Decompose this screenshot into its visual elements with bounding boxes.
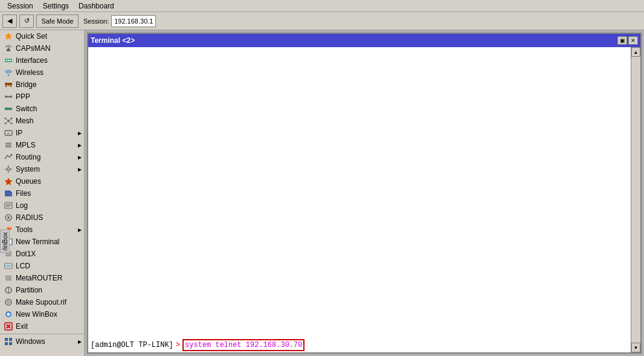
terminal-title: Terminal <2> <box>91 36 135 45</box>
files-label: Files <box>16 189 31 198</box>
sidebar: Quick Set CAPsMAN Interfaces Wireless Br <box>0 30 85 356</box>
exit-label: Exit <box>16 322 28 331</box>
svg-line-26 <box>7 119 8 120</box>
system-icon <box>4 164 13 174</box>
svg-rect-9 <box>5 85 7 87</box>
radius-icon <box>4 213 13 222</box>
routing-icon <box>4 152 13 162</box>
svg-line-29 <box>10 122 11 123</box>
sidebar-item-files[interactable]: Files <box>0 187 84 199</box>
sidebar-item-mesh[interactable]: Mesh <box>0 115 84 127</box>
terminal-body[interactable]: ▲ ▼ [admin@OLT TP-LINK] > system telnet … <box>88 47 640 352</box>
sidebar-item-ppp[interactable]: PPP <box>0 91 84 103</box>
log-icon <box>4 201 13 210</box>
cmd-input[interactable]: system telnet 192.168.30.70 <box>182 339 304 351</box>
sidebar-item-quick-set[interactable]: Quick Set <box>0 30 84 42</box>
svg-rect-10 <box>10 85 11 87</box>
sidebar-item-dot1x[interactable]: Dot1X <box>0 248 84 260</box>
svg-point-36 <box>7 168 10 171</box>
menubar: Session Settings Dashboard <box>0 0 644 12</box>
sidebar-item-interfaces[interactable]: Interfaces <box>0 54 84 66</box>
svg-rect-5 <box>8 60 9 61</box>
sidebar-item-system[interactable]: System <box>0 163 84 175</box>
main-layout: Quick Set CAPsMAN Interfaces Wireless Br <box>0 30 644 356</box>
terminal-window: Terminal <2> ▣ ✕ ▲ ▼ [admin@OLT TP-LINK]… <box>87 33 642 354</box>
svg-rect-69 <box>9 342 12 345</box>
sidebar-item-lcd[interactable]: LCD <box>0 260 84 272</box>
winbox-label: /inBox <box>0 230 10 253</box>
terminal-close-button[interactable]: ✕ <box>628 36 638 45</box>
svg-text:IP: IP <box>7 132 10 135</box>
svg-rect-4 <box>6 60 7 61</box>
terminal-scrollbar[interactable]: ▲ ▼ <box>631 47 640 352</box>
ip-icon: IP <box>4 128 13 138</box>
terminal-restore-button[interactable]: ▣ <box>617 36 627 45</box>
files-icon <box>4 189 13 198</box>
wireless-icon <box>4 68 13 77</box>
svg-point-13 <box>10 95 12 98</box>
svg-rect-16 <box>6 108 7 109</box>
sidebar-item-radius[interactable]: RADIUS <box>0 212 84 224</box>
menu-session[interactable]: Session <box>2 1 38 11</box>
svg-rect-18 <box>8 108 9 109</box>
lcd-label: LCD <box>16 262 30 270</box>
svg-rect-6 <box>10 60 11 61</box>
scroll-track[interactable] <box>631 57 640 343</box>
sidebar-item-make-supout[interactable]: Make Supout.rif <box>0 296 84 308</box>
ppp-icon <box>4 92 13 102</box>
content-area: /inBox Terminal <2> ▣ ✕ ▲ ▼ <box>85 30 644 356</box>
sidebar-item-queues[interactable]: Queues <box>0 175 84 187</box>
ip-label: IP <box>16 129 22 137</box>
svg-point-60 <box>7 301 10 303</box>
svg-point-23 <box>11 118 13 120</box>
make-supout-label: Make Supout.rif <box>16 298 66 306</box>
new-winbox-label: New WinBox <box>16 310 57 319</box>
tools-label: Tools <box>16 225 33 234</box>
svg-line-27 <box>10 119 11 120</box>
sidebar-item-switch[interactable]: Switch <box>0 103 84 115</box>
interfaces-icon <box>4 56 13 65</box>
new-terminal-label: New Terminal <box>16 238 59 246</box>
system-label: System <box>16 165 40 173</box>
sidebar-item-windows[interactable]: Windows <box>0 335 84 348</box>
back-button[interactable]: ◀ <box>2 15 17 28</box>
svg-rect-19 <box>10 108 10 109</box>
sidebar-item-capsman[interactable]: CAPsMAN <box>0 42 84 54</box>
menu-dashboard[interactable]: Dashboard <box>74 1 119 11</box>
sidebar-item-exit[interactable]: Exit <box>0 320 84 332</box>
bridge-label: Bridge <box>16 80 37 89</box>
wireless-label: Wireless <box>16 68 43 77</box>
interfaces-label: Interfaces <box>16 56 48 65</box>
menu-settings[interactable]: Settings <box>38 1 74 11</box>
svg-rect-2 <box>8 47 9 49</box>
mpls-icon <box>4 140 13 150</box>
sidebar-item-mpls[interactable]: MPLS <box>0 139 84 151</box>
partition-icon <box>4 285 13 295</box>
svg-point-59 <box>5 299 11 305</box>
session-label: Session: <box>83 18 109 25</box>
sidebar-item-new-terminal[interactable]: >_ New Terminal <box>0 236 84 248</box>
safe-mode-button[interactable]: Safe Mode <box>36 15 79 28</box>
sidebar-item-tools[interactable]: Tools <box>0 224 84 236</box>
capsman-icon <box>4 44 13 53</box>
scroll-down-button[interactable]: ▼ <box>631 343 640 352</box>
sidebar-item-metarouter[interactable]: MetaROUTER <box>0 272 84 284</box>
sidebar-item-wireless[interactable]: Wireless <box>0 66 84 79</box>
svg-rect-11 <box>7 85 10 86</box>
sidebar-item-log[interactable]: Log <box>0 199 84 212</box>
quick-set-label: Quick Set <box>16 32 47 40</box>
svg-point-12 <box>5 95 7 98</box>
svg-rect-67 <box>9 338 12 341</box>
windows-icon <box>4 337 13 346</box>
switch-icon <box>4 104 13 114</box>
cmd-arrow: > <box>176 341 180 349</box>
sidebar-item-bridge[interactable]: Bridge <box>0 79 84 91</box>
sidebar-item-new-winbox[interactable]: New WinBox <box>0 308 84 320</box>
session-value: 192.168.30.1 <box>111 15 156 27</box>
scroll-up-button[interactable]: ▲ <box>631 47 640 57</box>
sidebar-item-ip[interactable]: IP IP <box>0 127 84 139</box>
sidebar-item-partition[interactable]: Partition <box>0 284 84 296</box>
quick-set-icon <box>4 31 13 41</box>
sidebar-item-routing[interactable]: Routing <box>0 151 84 163</box>
refresh-button[interactable]: ↺ <box>19 15 34 28</box>
